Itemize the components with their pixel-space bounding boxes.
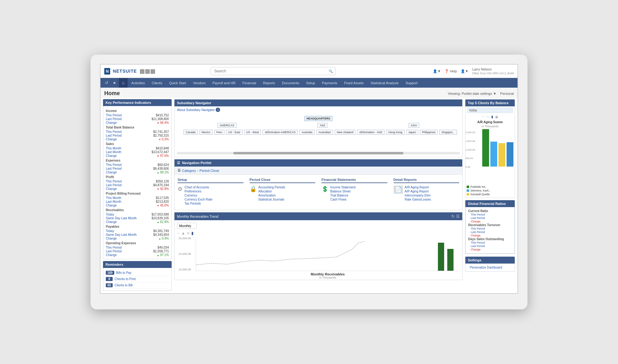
search-icon[interactable]: 🔍 (329, 69, 333, 73)
ar-chart-title: A/R Aging Summ (465, 119, 515, 125)
detail-report-links: A/R Aging Report A/P Aging Report Interc… (405, 186, 431, 201)
kpi-pbf-title: Project Billing Forecast (106, 192, 169, 195)
trial-balance-link[interactable]: Trial Balance (330, 194, 356, 197)
australia2-node[interactable]: Australia2 (316, 130, 333, 135)
chart-of-accounts-link[interactable]: Chart of Accounts (184, 186, 212, 189)
checks-to-print-link[interactable]: Checks to Print (115, 277, 136, 281)
japan-node[interactable]: Japan (406, 130, 418, 135)
us-west-node[interactable]: US - West (244, 130, 261, 135)
hq-node[interactable]: HEADQUARTERS (304, 116, 332, 121)
nav-reports[interactable]: Reports (260, 79, 278, 87)
about-subsidiary-link[interactable]: About Subsidiary Navigator i (174, 106, 462, 113)
kpi-row: This Period $60,624 (106, 163, 169, 167)
nav-fixed-assets[interactable]: Fixed Assets (341, 79, 367, 87)
bar-4 (507, 142, 513, 167)
peru-node[interactable]: Peru (214, 130, 224, 135)
table-icon[interactable]: ≡ (187, 231, 189, 235)
income-statement-link[interactable]: Income Statement (330, 186, 356, 189)
line-chart-icon[interactable]: ~ (177, 231, 179, 235)
nav-documents[interactable]: Documents (279, 79, 302, 87)
nav-statistical[interactable]: Statistical Analysis (367, 79, 402, 87)
breadcrumb-period-close[interactable]: Period Close (199, 169, 219, 172)
nav-clients[interactable]: Clients (149, 79, 165, 87)
statistical-journals-link[interactable]: Statistical Journals (258, 198, 285, 201)
gfr-rec-last-period: Last Period (468, 231, 512, 234)
kpi-row: Last Period $4,870,194 (106, 183, 169, 187)
nav-activities[interactable]: Activities (128, 79, 148, 87)
cash-flows-link[interactable]: Cash Flows (330, 198, 356, 201)
bills-to-pay-link[interactable]: Bills to Pay (116, 271, 131, 274)
kpi-row: Change 96.4% (106, 121, 169, 124)
anz-node[interactable]: ANZ (317, 123, 327, 128)
menu-icon[interactable]: ☰ (456, 214, 460, 219)
line-icon[interactable]: ~ (482, 115, 484, 119)
user-icon[interactable]: 👤▼ (461, 69, 468, 73)
subsidiary-scrollbar[interactable] (176, 151, 461, 156)
kpi-row: Change 97.1% (106, 253, 169, 257)
intercompany-elim-link[interactable]: Intercompany Elim (405, 194, 431, 197)
filter-icon[interactable]: ⸻ (486, 115, 489, 119)
nav-vendors[interactable]: Vendors (190, 79, 208, 87)
nav-back-icon[interactable]: ↺ (103, 78, 110, 88)
breadcrumb-category[interactable]: Category (182, 169, 196, 172)
rate-gains-losses-link[interactable]: Rate Gains/Losses (405, 198, 431, 201)
nav-support[interactable]: Support (402, 79, 421, 87)
nav-payments[interactable]: Payments (319, 79, 341, 87)
xelim-anz-node[interactable]: xElimination - ANZ (357, 130, 385, 135)
kpi-row: Change 92.8% (106, 187, 169, 191)
search-bar[interactable]: 🔍 (211, 67, 336, 75)
currency-link[interactable]: Currency (184, 194, 212, 197)
search-input[interactable] (211, 67, 336, 75)
australia-node[interactable]: Australia (299, 130, 315, 135)
currency-exch-rate-link[interactable]: Currency Exch Rate (184, 198, 212, 201)
nav-quickstart[interactable]: Quick Start (166, 79, 189, 87)
nav-portlet-content: Setup ⚙ Chart of Accounts Preferences Cu… (174, 175, 462, 210)
personalize-dashboard-link[interactable]: Personalize Dashboard (467, 265, 513, 270)
sg-node[interactable]: Singapor... (439, 130, 457, 135)
user-sub: Dilley Svcs OW SRP-v15.2_Build (472, 72, 514, 75)
kpi-row: This Period $45,034 (106, 246, 169, 249)
ar-chart-subtitle: In Thousands (465, 125, 515, 128)
bar-icon[interactable]: ▮ (491, 115, 493, 119)
us-east-node[interactable]: US - East (226, 130, 243, 135)
ph-node[interactable]: Philippines (420, 130, 438, 135)
notifications-icon[interactable]: 👤▼ (433, 69, 441, 73)
nav-financial[interactable]: Financial (239, 79, 259, 87)
ar-aging-report-link[interactable]: A/R Aging Report (405, 186, 431, 189)
asia-node[interactable]: ASIA (409, 123, 419, 128)
period-select[interactable]: Monthly (177, 223, 197, 229)
kpi-row: Change 99.1% (106, 171, 169, 174)
bar-podolski (482, 129, 489, 167)
refresh-icon[interactable]: ↻ (451, 214, 455, 219)
financial-items: 💲 Income Statement Balance Sheet Trial B… (321, 186, 387, 201)
nav-star-icon[interactable]: ★ (111, 78, 118, 88)
xelim-americas-node[interactable]: xElimination-AMERICAS (262, 130, 298, 135)
pie-icon[interactable]: ◕ (495, 115, 498, 119)
ap-aging-report-link[interactable]: A/P Aging Report (405, 190, 431, 193)
settings-body: Personalize Dashboard (465, 264, 515, 271)
nav-home-icon[interactable]: ⌂ (119, 78, 128, 88)
mexico-node[interactable]: Mexico (199, 130, 213, 135)
americas-node[interactable]: AMERICAS (218, 123, 237, 128)
gfr-dso-last-period: Last Period (468, 245, 512, 248)
nz-node[interactable]: New Zealand (335, 130, 356, 135)
amortization-link[interactable]: Amortization (258, 194, 285, 197)
hk-node[interactable]: Hong Kong (386, 130, 405, 135)
gfr-header: Global Financial Ratios (465, 200, 515, 207)
clients-to-bill-link[interactable]: Clients to Bill (115, 284, 133, 287)
preferences-link[interactable]: Preferences (184, 190, 212, 193)
nav-setup[interactable]: Setup (303, 79, 318, 87)
help-icon[interactable]: ❓ Help (444, 69, 457, 73)
bar-chart-icon[interactable]: ▮ (191, 231, 194, 235)
kpi-profit-title: Profit (106, 175, 169, 179)
tree-leaves-row: Canada Mexico Peru US - East US - West x… (177, 129, 460, 135)
allocation-link[interactable]: Allocation (258, 190, 285, 193)
area-chart-icon[interactable]: ▲ (181, 231, 185, 235)
balance-sheet-link[interactable]: Balance Sheet (330, 190, 356, 193)
accounting-periods-link[interactable]: Accounting Periods (258, 186, 285, 189)
tax-periods-link[interactable]: Tax Periods (184, 202, 212, 205)
canada-node[interactable]: Canada (184, 130, 198, 135)
nav-payroll[interactable]: Payroll and HR (209, 79, 239, 87)
top-bar: N NETSUITE ▩▩▩ 🔍 👤▼ ❓ Help 👤▼ Larry Nels… (101, 65, 517, 78)
kpi-row: Change 0.3% (106, 138, 169, 141)
